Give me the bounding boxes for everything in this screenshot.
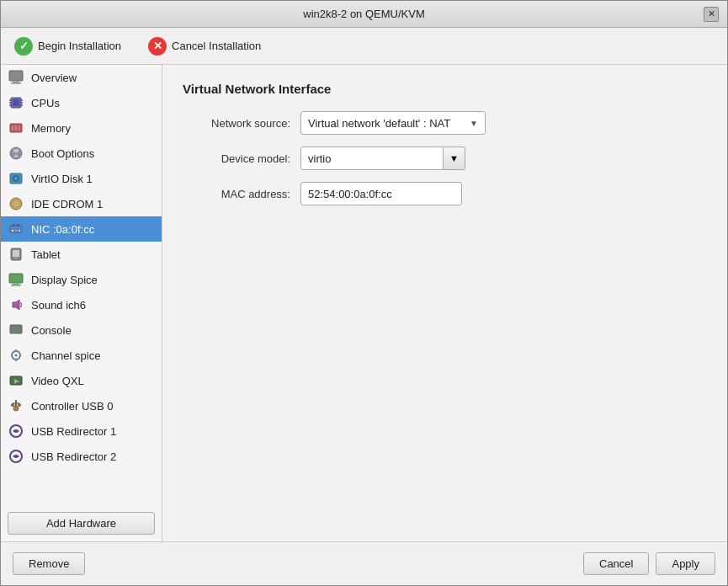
sidebar-label-tablet: Tablet	[31, 248, 61, 261]
cancel-button[interactable]: Cancel	[583, 552, 649, 575]
sidebar-label-usb-redir-2: USB Redirector 2	[31, 450, 116, 463]
sidebar-label-boot-options: Boot Options	[31, 147, 94, 160]
sidebar-item-console[interactable]: _ Console	[1, 317, 162, 343]
sidebar-item-channel-spice[interactable]: Channel spice	[1, 343, 162, 368]
device-model-input-group: ▼	[300, 146, 465, 170]
sidebar-item-ide-cdrom[interactable]: IDE CDROM 1	[1, 191, 162, 216]
console-icon: _	[8, 322, 24, 338]
section-title: Virtual Network Interface	[183, 82, 707, 96]
svg-rect-12	[12, 125, 13, 131]
content-area: Overview CPUs Memory	[1, 65, 727, 541]
main-panel: Virtual Network Interface Network source…	[162, 65, 727, 541]
sidebar-label-console: Console	[31, 324, 72, 337]
svg-rect-0	[9, 71, 23, 81]
apply-button[interactable]: Apply	[656, 552, 715, 575]
sidebar-item-boot-options[interactable]: Boot Options	[1, 141, 162, 166]
display-spice-icon	[8, 271, 24, 288]
x-icon: ✕	[148, 37, 167, 56]
svg-rect-35	[11, 285, 21, 286]
svg-rect-4	[13, 99, 19, 106]
sidebar-label-controller-usb: Controller USB 0	[31, 400, 114, 413]
sidebar-item-usb-redir-2[interactable]: USB Redirector 2	[1, 444, 162, 469]
svg-point-42	[15, 354, 18, 357]
sidebar-item-video-qxl[interactable]: Video QXL	[1, 368, 162, 393]
bottom-bar: Remove Cancel Apply	[1, 541, 727, 585]
nic-icon	[8, 221, 24, 237]
video-qxl-icon	[8, 372, 24, 389]
usb-redirector-2-icon	[8, 448, 24, 465]
channel-spice-icon	[8, 347, 24, 364]
begin-installation-label: Begin Installation	[38, 40, 121, 52]
sidebar-label-overview: Overview	[31, 72, 77, 84]
svg-rect-28	[15, 230, 17, 232]
cancel-installation-label: Cancel Installation	[172, 40, 261, 52]
svg-marker-36	[13, 300, 19, 310]
memory-icon	[8, 120, 24, 136]
sidebar-item-sound-ich6[interactable]: Sound ich6	[1, 292, 162, 317]
sidebar-label-ide-cdrom: IDE CDROM 1	[31, 198, 103, 210]
svg-rect-14	[19, 125, 20, 131]
svg-rect-29	[19, 230, 20, 232]
sidebar-label-channel-spice: Channel spice	[31, 349, 100, 362]
sidebar-label-memory: Memory	[31, 122, 71, 135]
device-model-label: Device model:	[183, 152, 300, 165]
sidebar-label-sound-ich6: Sound ich6	[31, 299, 86, 312]
svg-rect-27	[12, 230, 13, 232]
sidebar-label-video-qxl: Video QXL	[31, 375, 84, 387]
network-source-arrow-icon: ▼	[470, 119, 478, 128]
svg-rect-33	[9, 274, 23, 283]
cancel-installation-button[interactable]: ✕ Cancel Installation	[143, 35, 266, 57]
svg-rect-2	[11, 83, 21, 84]
svg-rect-31	[13, 250, 19, 257]
remove-button[interactable]: Remove	[13, 552, 85, 575]
svg-point-23	[15, 203, 17, 205]
sidebar-label-usb-redir-1: USB Redirector 1	[31, 425, 116, 438]
sidebar-item-cpus[interactable]: CPUs	[1, 90, 162, 115]
svg-point-20	[15, 178, 18, 180]
svg-point-47	[11, 403, 14, 407]
usb-redirector-1-icon	[8, 423, 24, 440]
controller-usb-icon	[8, 397, 24, 414]
device-model-control: ▼	[300, 146, 465, 170]
device-model-dropdown-btn[interactable]: ▼	[444, 146, 465, 170]
svg-point-48	[18, 403, 21, 407]
window-title: win2k8-2 on QEMU/KVM	[24, 8, 704, 20]
mac-address-row: MAC address:	[183, 182, 707, 205]
svg-rect-26	[17, 224, 19, 226]
sidebar-label-display-spice: Display Spice	[31, 274, 98, 286]
mac-address-control	[300, 182, 462, 205]
sidebar-label-nic: NIC :0a:0f:cc	[31, 223, 94, 236]
sidebar-label-virtio-disk: VirtIO Disk 1	[31, 173, 93, 185]
sidebar-item-usb-redir-1[interactable]: USB Redirector 1	[1, 418, 162, 444]
svg-rect-25	[13, 224, 15, 226]
sidebar-item-controller-usb[interactable]: Controller USB 0	[1, 393, 162, 418]
mac-address-label: MAC address:	[183, 188, 300, 200]
title-bar: win2k8-2 on QEMU/KVM ✕	[1, 1, 727, 28]
close-button[interactable]: ✕	[704, 7, 719, 22]
tablet-icon	[8, 246, 24, 263]
sound-icon	[8, 296, 24, 313]
sidebar-item-nic[interactable]: NIC :0a:0f:cc	[1, 216, 162, 242]
sidebar-item-virtio-disk[interactable]: VirtIO Disk 1	[1, 166, 162, 191]
svg-point-32	[15, 258, 17, 259]
boot-icon	[8, 145, 24, 162]
virtio-disk-icon	[8, 170, 24, 187]
begin-installation-button[interactable]: ✓ Begin Installation	[9, 35, 126, 57]
svg-point-49	[13, 406, 19, 411]
device-model-row: Device model: ▼	[183, 146, 707, 170]
cpus-icon	[8, 94, 24, 111]
network-source-label: Network source:	[183, 117, 300, 130]
check-icon: ✓	[14, 37, 33, 56]
sidebar-item-tablet[interactable]: Tablet	[1, 242, 162, 267]
network-source-row: Network source: Virtual network 'default…	[183, 111, 707, 135]
mac-address-input[interactable]	[300, 182, 462, 205]
toolbar: ✓ Begin Installation ✕ Cancel Installati…	[1, 28, 727, 65]
sidebar-item-memory[interactable]: Memory	[1, 115, 162, 141]
sidebar-item-display-spice[interactable]: Display Spice	[1, 267, 162, 292]
ide-cdrom-icon	[8, 195, 24, 212]
network-source-dropdown[interactable]: Virtual network 'default' : NAT ▼	[300, 111, 486, 135]
sidebar-label-cpus: CPUs	[31, 97, 60, 109]
sidebar-item-overview[interactable]: Overview	[1, 65, 162, 90]
add-hardware-button[interactable]: Add Hardware	[8, 512, 155, 535]
device-model-input[interactable]	[300, 146, 444, 170]
